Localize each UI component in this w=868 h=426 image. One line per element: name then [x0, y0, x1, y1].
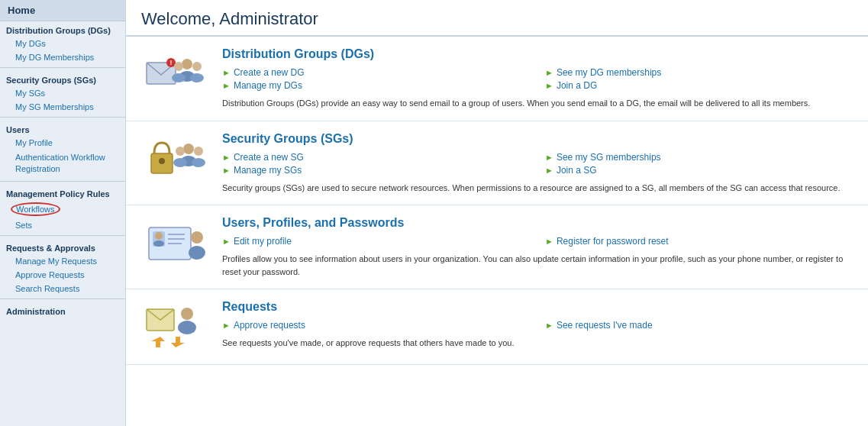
page-title: Welcome, Administrator — [126, 0, 868, 37]
link-manage-my-sgs[interactable]: ► Manage my SGs — [222, 165, 530, 176]
distribution-groups-icon: ! — [141, 47, 210, 101]
requests-icon — [141, 300, 210, 353]
link-see-requests-ive-made[interactable]: ► See requests I've made — [545, 320, 853, 331]
sidebar-section-users: Users — [0, 121, 125, 136]
arrow-icon: ► — [222, 68, 231, 77]
arrow-icon: ► — [545, 166, 553, 175]
sidebar-item-workflows[interactable]: Workflows — [0, 200, 125, 218]
link-join-a-dg[interactable]: ► Join a DG — [545, 80, 853, 91]
svg-point-11 — [183, 144, 194, 154]
section-sg-title: Security Groups (SGs) — [222, 132, 853, 146]
security-groups-icon — [141, 132, 210, 186]
svg-text:!: ! — [170, 59, 173, 66]
section-dg-links: ► Create a new DG ► See my DG membership… — [222, 67, 853, 91]
svg-point-13 — [194, 147, 203, 156]
arrow-icon: ► — [545, 81, 553, 90]
section-requests-description: See requests you've made, or approve req… — [222, 337, 853, 350]
sidebar-item-auth-workflow[interactable]: Authentication Workflow Registration — [0, 150, 125, 178]
sidebar-item-my-sgs[interactable]: My SGs — [0, 86, 125, 100]
section-dg-description: Distribution Groups (DGs) provide an eas… — [222, 97, 853, 110]
section-requests-content: Requests ► Approve requests ► See reques… — [222, 300, 853, 350]
sidebar-item-my-sg-memberships[interactable]: My SG Memberships — [0, 100, 125, 114]
section-upp-links: ► Edit my profile ► Register for passwor… — [222, 236, 853, 247]
svg-point-19 — [155, 232, 163, 240]
link-see-sg-memberships[interactable]: ► See my SG memberships — [545, 152, 853, 163]
section-dg-title: Distribution Groups (DGs) — [222, 47, 853, 61]
link-edit-my-profile[interactable]: ► Edit my profile — [222, 236, 530, 247]
svg-marker-29 — [151, 337, 165, 347]
svg-point-25 — [189, 246, 205, 260]
sidebar-section-security-groups: Security Groups (SGs) — [0, 71, 125, 86]
sidebar-item-manage-my-requests[interactable]: Manage My Requests — [0, 254, 125, 268]
section-sg-description: Security groups (SGs) are used to secure… — [222, 182, 853, 195]
svg-point-16 — [173, 158, 187, 167]
link-manage-my-dgs[interactable]: ► Manage my DGs — [222, 80, 530, 91]
sidebar-home[interactable]: Home — [0, 0, 125, 21]
section-requests: Requests ► Approve requests ► See reques… — [126, 289, 868, 365]
sidebar-item-my-dgs[interactable]: My DGs — [0, 37, 125, 50]
arrow-icon: ► — [222, 81, 231, 90]
link-create-new-dg[interactable]: ► Create a new DG — [222, 67, 530, 78]
sidebar-section-distribution-groups: Distribution Groups (DGs) — [0, 21, 125, 37]
svg-marker-30 — [171, 337, 185, 347]
link-join-a-sg[interactable]: ► Join a SG — [545, 165, 853, 176]
section-upp-title: Users, Profiles, and Passwords — [222, 216, 853, 230]
section-security-groups: Security Groups (SGs) ► Create a new SG … — [126, 121, 868, 206]
workflows-circled[interactable]: Workflows — [11, 202, 60, 216]
svg-point-8 — [172, 73, 186, 82]
sidebar-item-my-profile[interactable]: My Profile — [0, 136, 125, 150]
svg-point-20 — [153, 240, 164, 247]
sidebar-item-my-dg-memberships[interactable]: My DG Memberships — [0, 50, 125, 64]
sidebar-section-management-policy-rules: Management Policy Rules — [0, 185, 125, 200]
svg-point-5 — [192, 62, 202, 71]
arrow-icon: ► — [545, 321, 553, 330]
arrow-icon: ► — [545, 237, 553, 246]
link-create-new-sg[interactable]: ► Create a new SG — [222, 152, 530, 163]
arrow-icon: ► — [222, 166, 231, 175]
arrow-icon: ► — [545, 153, 553, 162]
svg-point-24 — [191, 231, 203, 244]
link-register-password-reset[interactable]: ► Register for password reset — [545, 236, 853, 247]
section-requests-links: ► Approve requests ► See requests I've m… — [222, 320, 853, 331]
link-approve-requests[interactable]: ► Approve requests — [222, 320, 530, 331]
section-distribution-groups: ! Distribution Groups (DGs) ► Create a n… — [126, 37, 868, 121]
svg-point-3 — [182, 59, 192, 69]
svg-point-27 — [181, 308, 193, 320]
sidebar-section-administration: Administration — [0, 302, 125, 318]
svg-point-28 — [178, 321, 196, 334]
sidebar-section-requests-approvals: Requests & Approvals — [0, 239, 125, 254]
main-content: Welcome, Administrator ! Distributi — [126, 0, 868, 426]
svg-point-7 — [174, 62, 183, 71]
section-upp-description: Profiles allow you to see information ab… — [222, 253, 853, 278]
section-users-profiles-content: Users, Profiles, and Passwords ► Edit my… — [222, 216, 853, 278]
arrow-icon: ► — [545, 68, 553, 77]
section-distribution-groups-content: Distribution Groups (DGs) ► Create a new… — [222, 47, 853, 110]
users-profiles-icon — [141, 216, 210, 269]
svg-point-15 — [176, 147, 185, 156]
sidebar-item-sets[interactable]: Sets — [0, 218, 125, 232]
svg-point-14 — [192, 158, 205, 167]
sidebar: Home Distribution Groups (DGs) My DGs My… — [0, 0, 126, 426]
svg-point-6 — [190, 73, 204, 82]
arrow-icon: ► — [222, 153, 231, 162]
section-requests-title: Requests — [222, 300, 853, 314]
section-security-groups-content: Security Groups (SGs) ► Create a new SG … — [222, 132, 853, 195]
sidebar-item-approve-requests[interactable]: Approve Requests — [0, 268, 125, 282]
section-users-profiles-passwords: Users, Profiles, and Passwords ► Edit my… — [126, 205, 868, 289]
arrow-icon: ► — [222, 321, 231, 330]
svg-point-10 — [159, 158, 165, 164]
sidebar-item-search-requests[interactable]: Search Requests — [0, 282, 125, 295]
section-sg-links: ► Create a new SG ► See my SG membership… — [222, 152, 853, 176]
arrow-icon: ► — [222, 237, 231, 246]
link-see-dg-memberships[interactable]: ► See my DG memberships — [545, 67, 853, 78]
